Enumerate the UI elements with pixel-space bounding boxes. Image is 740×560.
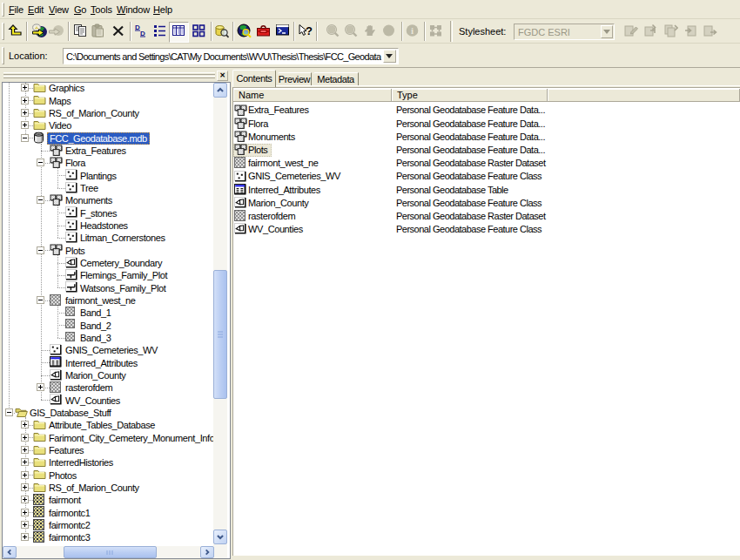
svg-text:?: ? [306, 24, 313, 37]
svg-text:i: i [411, 25, 414, 36]
